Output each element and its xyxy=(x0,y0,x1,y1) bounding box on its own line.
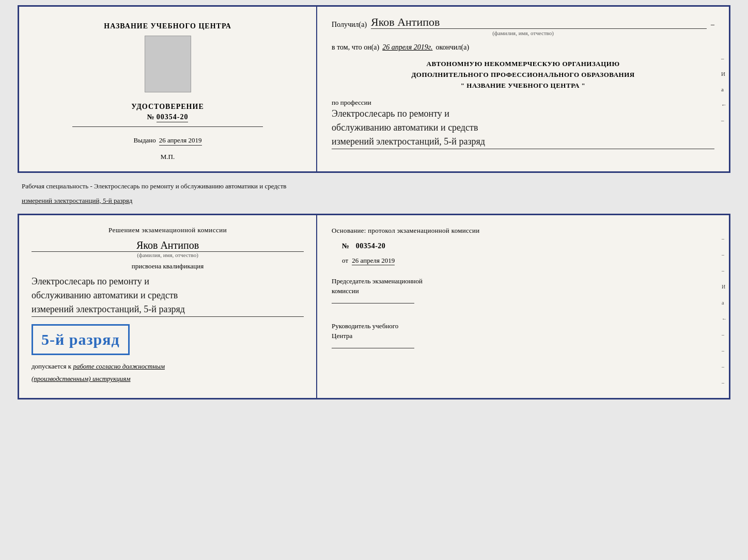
middle-text-section: Рабочая специальность - Электрослесарь п… xyxy=(18,177,730,210)
protocol-date-row: от 26 апреля 2019 xyxy=(342,257,714,265)
decision-person: Яков Антипов (фамилия, имя, отчество) xyxy=(32,239,304,258)
protocol-no: 00354-20 xyxy=(356,242,386,250)
profession-label: по профессии xyxy=(332,99,714,107)
rank-badge: 5-й разряд xyxy=(32,324,130,355)
cert-label: УДОСТОВЕРЕНИЕ xyxy=(131,103,204,111)
recipient-section: Получил(а) Яков Антипов – (фамилия, имя,… xyxy=(332,16,714,36)
allowed-section: допускается к работе согласно должностны… xyxy=(32,362,304,371)
org-line2: ДОПОЛНИТЕЛЬНОГО ПРОФЕССИОНАЛЬНОГО ОБРАЗО… xyxy=(332,70,714,81)
cert-right-panel: Получил(а) Яков Антипов – (фамилия, имя,… xyxy=(317,7,729,171)
org-line1: АВТОНОМНУЮ НЕКОММЕРЧЕСКУЮ ОРГАНИЗАЦИЮ xyxy=(332,59,714,70)
bottom-certificate: Решением экзаменационной комиссии Яков А… xyxy=(18,214,730,399)
middle-text-line1: Рабочая специальность - Электрослесарь п… xyxy=(22,179,726,194)
cert-bottom-left: Решением экзаменационной комиссии Яков А… xyxy=(19,215,317,398)
protocol-no-prefix: № xyxy=(342,242,350,250)
qualification-label: присвоена квалификация xyxy=(32,262,304,270)
recipient-label: Получил(а) xyxy=(332,21,367,29)
middle-text-line2: измерений электростанций, 5-й разряд xyxy=(22,194,726,208)
side-marks: – И а ← – xyxy=(721,55,727,123)
issued-label: Выдано xyxy=(134,136,156,145)
decision-name: Яков Антипов xyxy=(32,239,304,252)
recipient-name: Яков Антипов xyxy=(371,16,707,29)
profession-line2: обслуживанию автоматики и средств xyxy=(332,121,714,135)
allowed-value2: (производственным) инструкциям xyxy=(32,375,131,382)
org-title: НАЗВАНИЕ УЧЕБНОГО ЦЕНТРА xyxy=(104,22,231,30)
bottom-side-marks: – – – И а ← – – – – xyxy=(722,236,727,386)
director-section: Руководитель учебного Центра xyxy=(332,321,714,351)
profession-line3: измерений электростанций, 5-й разряд xyxy=(332,135,714,149)
basis-text: Основание: протокол экзаменационной коми… xyxy=(332,226,714,236)
cert-number-section: УДОСТОВЕРЕНИЕ № 00354-20 xyxy=(131,103,204,122)
qual-line3: измерений электростанций, 5-й разряд xyxy=(32,302,304,316)
protocol-date-prefix: от xyxy=(342,257,348,264)
mp-label: М.П. xyxy=(161,153,175,161)
cert-number: 00354-20 xyxy=(157,113,189,122)
issued-row: Выдано 26 апреля 2019 xyxy=(134,136,202,146)
cert-left-panel: НАЗВАНИЕ УЧЕБНОГО ЦЕНТРА УДОСТОВЕРЕНИЕ №… xyxy=(19,7,317,171)
issued-date: 26 апреля 2019 xyxy=(159,136,202,146)
protocol-number-row: № 00354-20 xyxy=(342,242,714,250)
cert-bottom-right: Основание: протокол экзаменационной коми… xyxy=(317,215,729,398)
qualification-value: Электрослесарь по ремонту и обслуживанию… xyxy=(32,275,304,317)
allowed-section2: (производственным) инструкциям xyxy=(32,375,304,383)
photo-placeholder xyxy=(145,36,191,92)
profession-line1: Электрослесарь по ремонту и xyxy=(332,107,714,121)
org-line3: " НАЗВАНИЕ УЧЕБНОГО ЦЕНТРА " xyxy=(332,81,714,91)
profession-value: Электрослесарь по ремонту и обслуживанию… xyxy=(332,107,714,149)
profession-section: по профессии Электрослесарь по ремонту и… xyxy=(332,99,714,149)
allowed-prefix: допускается к xyxy=(32,362,71,370)
date-suffix: окончил(а) xyxy=(436,43,470,52)
chairman-label: Председатель экзаменационной комиссии xyxy=(332,276,714,296)
decision-name-sub: (фамилия, имя, отчество) xyxy=(32,252,304,258)
director-signature-line xyxy=(332,348,414,348)
chairman-section: Председатель экзаменационной комиссии xyxy=(332,276,714,306)
top-certificate: НАЗВАНИЕ УЧЕБНОГО ЦЕНТРА УДОСТОВЕРЕНИЕ №… xyxy=(18,5,730,173)
org-block: АВТОНОМНУЮ НЕКОММЕРЧЕСКУЮ ОРГАНИЗАЦИЮ ДО… xyxy=(332,59,714,91)
qual-line1: Электрослесарь по ремонту и xyxy=(32,275,304,289)
decision-title: Решением экзаменационной комиссии xyxy=(32,226,304,235)
completion-date-line: в том, что он(а) 26 апреля 2019г. окончи… xyxy=(332,43,714,52)
cert-no-prefix: № xyxy=(147,113,154,121)
recipient-subtitle: (фамилия, имя, отчество) xyxy=(332,30,714,36)
date-prefix: в том, что он(а) xyxy=(332,43,379,52)
qual-line2: обслуживанию автоматики и средств xyxy=(32,289,304,302)
protocol-date: 26 апреля 2019 xyxy=(352,257,395,265)
chairman-signature-line xyxy=(332,303,414,303)
date-value: 26 апреля 2019г. xyxy=(382,43,432,52)
allowed-value: работе согласно должностным xyxy=(73,362,165,370)
